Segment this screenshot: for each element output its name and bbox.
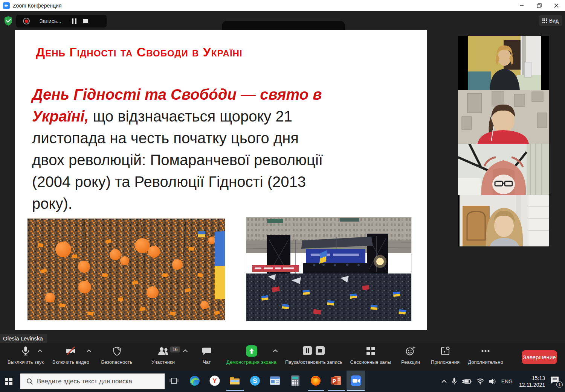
zoom-app-icon: [3, 2, 10, 9]
taskbar-file-explorer-icon[interactable]: [226, 371, 244, 391]
meeting-top-strip: Запись... Вид: [0, 11, 565, 30]
recording-indicator-icon: [23, 18, 30, 24]
view-button[interactable]: Вид: [539, 15, 562, 26]
share-screen-icon: [246, 345, 257, 357]
search-icon: [26, 378, 33, 385]
task-view-icon[interactable]: [165, 371, 183, 391]
minimize-button[interactable]: [513, 0, 530, 11]
mute-button[interactable]: Выключить звук: [3, 345, 48, 365]
participants-icon: [157, 345, 169, 357]
reactions-label: Реакции: [401, 359, 420, 365]
more-label: Дополнительно: [468, 359, 503, 365]
slide-paragraph: День Гідності та Свобо́ди — свято в Укра…: [32, 84, 416, 214]
tray-wifi-icon[interactable]: [476, 378, 484, 384]
recording-widget: Запись...: [16, 15, 107, 27]
mute-options-caret[interactable]: [38, 349, 42, 352]
recording-label: Запись...: [40, 18, 61, 24]
clock-time: 15:13: [519, 375, 545, 381]
svg-text:P: P: [333, 378, 336, 384]
tray-speaker-icon[interactable]: [489, 378, 496, 385]
tray-battery-icon[interactable]: [462, 378, 472, 385]
windows-logo-icon: [5, 378, 12, 385]
slide-title: День Гідності та Свободи в Україні: [36, 45, 243, 59]
participant-video-2[interactable]: [458, 90, 549, 144]
security-label: Безопасность: [101, 359, 133, 365]
start-button[interactable]: [0, 371, 17, 392]
mute-label: Выключить звук: [8, 359, 44, 365]
hidden-icons-chevron[interactable]: [441, 380, 447, 383]
orange-revolution-crowd-photo: [27, 218, 225, 321]
taskbar-search[interactable]: [20, 373, 165, 389]
participants-video-panel: [458, 36, 549, 246]
end-meeting-button[interactable]: Завершение: [522, 350, 557, 364]
taskbar-clock[interactable]: 15:13 12.11.2021: [519, 375, 545, 388]
more-dots-icon: [480, 345, 491, 357]
participant-video-3[interactable]: [458, 144, 549, 195]
video-options-caret[interactable]: [87, 349, 91, 352]
clock-date: 12.11.2021: [519, 381, 545, 388]
window-title: Zoom Конференция: [13, 3, 61, 9]
tray-microphone-icon[interactable]: [452, 378, 457, 385]
pause-recording-icon[interactable]: [72, 18, 76, 24]
svg-text:S: S: [253, 377, 257, 384]
slide-text: двох революцій: Помаранчевої революції: [32, 149, 416, 171]
zoom-meeting-window: Zoom Конференция Запись... Вид: [0, 0, 565, 392]
language-indicator[interactable]: ENG: [501, 378, 513, 384]
slide-text: року).: [32, 193, 416, 214]
start-video-button[interactable]: Включить видео: [48, 345, 93, 365]
pause-stop-recording-label: Пауза/остановить запись: [285, 359, 342, 365]
chat-button[interactable]: Чат: [195, 345, 218, 365]
system-tray: ENG 15:13 12.11.2021 1: [441, 371, 565, 392]
pause-stop-recording-button[interactable]: Пауза/остановить запись: [283, 345, 344, 365]
presenter-name-label: Olesia Levinska: [0, 334, 47, 343]
slide-text: що відзначається щороку 21: [89, 108, 292, 125]
share-screen-button[interactable]: Демонстрация экрана: [226, 345, 277, 365]
taskbar-powerpoint-icon[interactable]: P: [327, 371, 345, 391]
chat-icon: [202, 345, 212, 357]
restore-button[interactable]: [530, 0, 548, 11]
share-options-caret[interactable]: [273, 349, 278, 352]
reactions-button[interactable]: Реакции: [399, 345, 423, 365]
notification-center-icon[interactable]: 1: [550, 376, 561, 387]
more-button[interactable]: Дополнительно: [466, 345, 505, 365]
start-video-label: Включить видео: [52, 359, 89, 365]
participant-video-4[interactable]: [460, 195, 549, 246]
slide-text-red: Україні,: [32, 108, 89, 125]
breakout-rooms-label: Сессионные залы: [350, 359, 391, 365]
taskbar-edge-icon[interactable]: [186, 371, 204, 391]
security-shield-icon[interactable]: [4, 16, 13, 27]
breakout-rooms-icon: [366, 345, 376, 357]
view-label: Вид: [549, 18, 559, 24]
view-grid-icon: [542, 18, 547, 23]
slide-text: (2004 року) та Революції Гідності (2013: [32, 171, 416, 193]
taskbar-calculator-icon[interactable]: [286, 371, 304, 391]
stop-recording-icon[interactable]: [83, 19, 88, 23]
participants-label: Участники: [151, 359, 175, 365]
apps-button[interactable]: Приложения: [428, 345, 463, 365]
microphone-icon: [21, 345, 31, 357]
participants-count-badge: 16: [170, 346, 180, 352]
explorer-open-underline: [226, 390, 244, 391]
taskbar-yandex-icon[interactable]: Y: [206, 371, 224, 391]
security-button[interactable]: Безопасность: [98, 345, 136, 365]
taskbar-firefox-icon[interactable]: [307, 371, 325, 391]
participant-video-1[interactable]: [468, 36, 541, 90]
zoom-open-underline: [347, 390, 365, 391]
chat-label: Чат: [203, 359, 211, 365]
breakout-rooms-button[interactable]: Сессионные залы: [349, 345, 392, 365]
pause-recording-icon: [302, 346, 312, 357]
firefox-open-underline: [308, 390, 324, 391]
search-input[interactable]: [37, 378, 161, 385]
slide-text-red: День Гідності та Свобо́ди — свято в: [32, 86, 322, 103]
participants-options-caret[interactable]: [183, 349, 188, 352]
close-button[interactable]: [548, 0, 565, 11]
notification-count-badge: 1: [556, 381, 563, 388]
taskbar-office-app-icon[interactable]: [266, 371, 284, 391]
shield-icon: [112, 345, 122, 357]
taskbar-zoom-icon[interactable]: [347, 371, 365, 391]
svg-text:Y: Y: [212, 377, 217, 384]
window-titlebar: Zoom Конференция: [0, 0, 565, 11]
taskbar-skype-icon[interactable]: S: [246, 371, 264, 391]
shared-screen-slide: День Гідності та Свободи в Україні День …: [15, 30, 427, 330]
maidan-stage-photo: [246, 217, 412, 321]
